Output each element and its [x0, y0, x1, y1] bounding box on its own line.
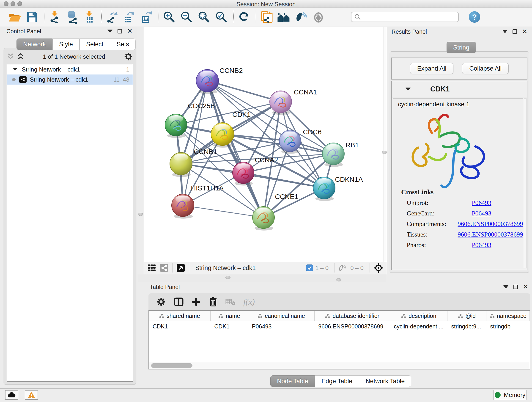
gear-icon[interactable]	[124, 52, 133, 61]
cloud-status-button[interactable]	[5, 390, 18, 400]
node-CDK1[interactable]	[211, 123, 234, 148]
node-HIST1H1A[interactable]	[172, 194, 194, 219]
right-pane-splitter[interactable]	[384, 27, 387, 274]
table-cell[interactable]: CDK1	[149, 321, 210, 332]
results-scrollbar[interactable]	[524, 98, 526, 268]
tab-style[interactable]: Style	[52, 38, 80, 50]
add-column-icon[interactable]	[191, 297, 201, 306]
node-CDC25B[interactable]	[165, 114, 187, 138]
table-row[interactable]: CDK1CDK1P064939606.ENSP00000378699cyclin…	[149, 321, 530, 332]
table-cell[interactable]: P06493	[248, 321, 315, 332]
edge-CCNA2-CDKN1A[interactable]	[243, 173, 324, 188]
float-panel-icon[interactable]	[503, 285, 508, 288]
node-table[interactable]: shared namenamecanonical namedatabase id…	[148, 310, 530, 370]
collapse-all-button[interactable]: Collapse All	[462, 63, 509, 74]
grid-view-icon[interactable]	[147, 263, 156, 273]
tab-edge-table[interactable]: Edge Table	[315, 375, 359, 387]
crosslink-value-link[interactable]: P06493	[472, 199, 491, 206]
tab-node-table[interactable]: Node Table	[270, 375, 315, 387]
node-CCNE1[interactable]	[253, 206, 274, 230]
expand-all-button[interactable]: Expand All	[410, 63, 454, 74]
open-in-window-icon[interactable]	[176, 263, 185, 273]
delete-column-icon[interactable]	[209, 297, 218, 307]
edge-CCNE1-HIST1H1A[interactable]	[183, 205, 264, 217]
save-session-icon[interactable]	[25, 10, 39, 24]
import-network-file-icon[interactable]	[48, 10, 61, 24]
zoom-selected-icon[interactable]	[215, 10, 228, 24]
export-table-icon[interactable]	[122, 10, 136, 24]
expand-all-icon[interactable]	[17, 53, 24, 60]
table-splitter-knob[interactable]	[336, 278, 341, 281]
hide-glasses-icon[interactable]	[294, 10, 308, 24]
column-header-canonical-name[interactable]: canonical name	[248, 311, 315, 321]
tab-select[interactable]: Select	[80, 38, 110, 50]
column-header--id[interactable]: @id	[447, 311, 486, 321]
close-panel-icon[interactable]: ✕	[127, 29, 133, 33]
zoom-in-icon[interactable]	[162, 10, 176, 24]
maximize-panel-icon[interactable]	[513, 29, 517, 34]
node-section-header[interactable]: CDK1	[392, 81, 527, 97]
float-panel-icon[interactable]	[108, 30, 113, 33]
section-expander-icon[interactable]	[405, 88, 411, 91]
crosslink-value-link[interactable]: P06493	[472, 210, 491, 217]
search-input[interactable]	[361, 13, 458, 21]
node-CCNB2[interactable]	[196, 70, 219, 94]
node-RB1[interactable]	[322, 143, 344, 167]
home-icon[interactable]	[277, 10, 291, 24]
tab-network[interactable]: Network	[17, 38, 52, 50]
share-document-icon[interactable]	[259, 10, 273, 24]
network-collection-row[interactable]: String Network – cdk1 1	[7, 64, 133, 75]
column-header-name[interactable]: name	[210, 311, 248, 321]
network-row[interactable]: String Network – cdk1 11 48	[7, 75, 133, 85]
search-field[interactable]	[351, 12, 459, 22]
memory-button[interactable]: Memory	[493, 390, 527, 400]
crosslink-value-link[interactable]: 9606.ENSP00000378699	[458, 231, 523, 238]
table-cell[interactable]: 9606.ENSP00000378699	[315, 321, 390, 332]
close-panel-icon[interactable]: ✕	[522, 29, 527, 34]
refresh-view-icon[interactable]	[237, 10, 251, 24]
collapse-all-icon[interactable]	[7, 53, 14, 60]
tree-expander-icon[interactable]	[13, 68, 17, 70]
crosslink-value-link[interactable]: 9606.ENSP00000378699	[458, 220, 523, 228]
share-view-icon[interactable]	[159, 263, 169, 273]
node-CCNA1[interactable]	[270, 91, 292, 115]
import-table-file-icon[interactable]	[82, 10, 96, 24]
zoom-out-icon[interactable]	[180, 10, 193, 24]
warnings-button[interactable]	[25, 390, 38, 400]
table-cell[interactable]: stringdb	[486, 321, 530, 332]
open-session-icon[interactable]	[8, 10, 22, 24]
help-button[interactable]: ?	[469, 11, 480, 23]
tab-string[interactable]: String	[447, 42, 476, 53]
network-canvas[interactable]: CCNB2CCNA1CDC25BCDK1CDC6RB1CCNB1CCNA2CDK…	[144, 27, 384, 262]
maximize-panel-icon[interactable]	[118, 29, 122, 33]
selected-nodes-checkbox[interactable]	[306, 264, 313, 271]
table-cell[interactable]: stringdb:9...	[447, 321, 486, 332]
zoom-fit-icon[interactable]	[197, 10, 211, 24]
import-network-database-icon[interactable]	[65, 10, 79, 24]
column-header-shared-name[interactable]: shared name	[149, 311, 210, 321]
maximize-panel-icon[interactable]	[513, 285, 518, 289]
tab-sets[interactable]: Sets	[110, 38, 136, 50]
float-panel-icon[interactable]	[502, 30, 507, 33]
table-cell[interactable]: CDK1	[210, 321, 248, 332]
tab-network-table[interactable]: Network Table	[359, 375, 412, 387]
network-splitter-knob[interactable]	[225, 276, 230, 279]
node-CCNA2[interactable]	[233, 162, 254, 185]
birdseye-view-icon[interactable]	[374, 263, 384, 273]
left-pane-splitter[interactable]	[138, 27, 144, 274]
right-splitter-knob[interactable]	[382, 151, 387, 154]
show-columns-icon[interactable]	[174, 297, 184, 307]
export-network-icon[interactable]	[105, 10, 119, 24]
left-splitter-knob[interactable]	[138, 213, 143, 216]
table-hscrollbar[interactable]	[149, 362, 529, 369]
show-eye-icon[interactable]	[312, 10, 325, 24]
node-CDKN1A[interactable]	[313, 177, 335, 201]
column-header-description[interactable]: description	[390, 311, 447, 321]
table-gear-icon[interactable]	[156, 297, 166, 307]
crosslink-value-link[interactable]: P06493	[472, 241, 491, 249]
table-hscrollbar-thumb[interactable]	[151, 363, 192, 368]
column-header-database-identifier[interactable]: database identifier	[315, 311, 390, 321]
column-header-namespace[interactable]: namespace	[486, 311, 530, 321]
close-panel-icon[interactable]: ✕	[523, 285, 528, 289]
table-cell[interactable]: cyclin-dependent ...	[390, 321, 447, 332]
